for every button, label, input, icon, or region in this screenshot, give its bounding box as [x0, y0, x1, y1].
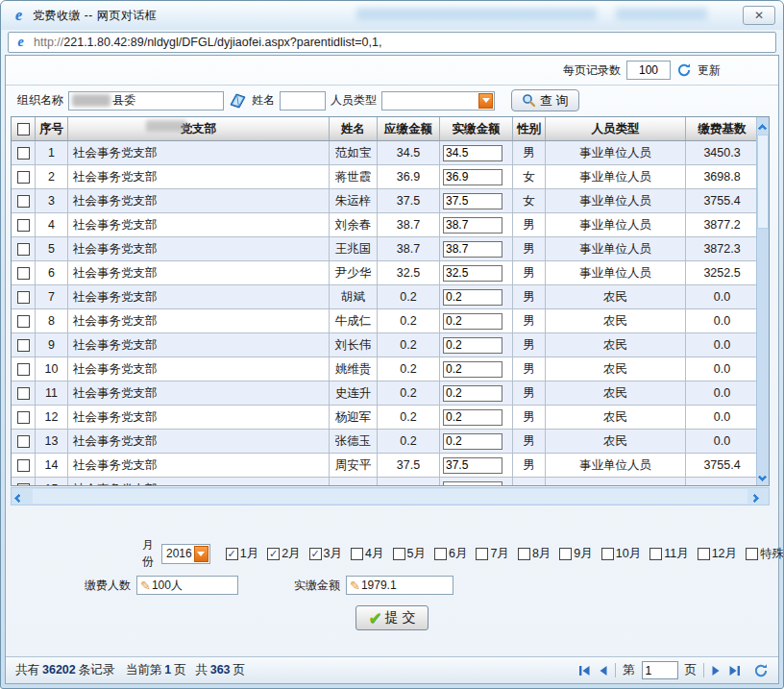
horizontal-scrollbar[interactable]: [11, 487, 770, 505]
paid-amount-input[interactable]: [443, 433, 502, 450]
row-gender: 男: [513, 309, 546, 332]
month-checkbox[interactable]: [649, 548, 662, 560]
row-checkbox[interactable]: [17, 339, 30, 352]
paid-amount-input[interactable]: [443, 361, 502, 378]
month-checkbox[interactable]: [559, 548, 572, 560]
page-number-input[interactable]: [642, 661, 678, 679]
scroll-down-icon[interactable]: [759, 470, 768, 481]
month-checkbox[interactable]: [309, 548, 322, 560]
month-checkbox[interactable]: [351, 548, 363, 560]
month-checkbox[interactable]: [518, 548, 530, 560]
month-checkbox[interactable]: [601, 548, 614, 560]
paid-amount-input[interactable]: [443, 193, 502, 209]
row-select-cell: [12, 430, 36, 453]
scroll-right-icon[interactable]: [751, 491, 765, 503]
org-lookup-book-icon[interactable]: [229, 92, 247, 109]
row-checkbox[interactable]: [17, 243, 30, 256]
pencil-icon: ✎: [140, 578, 151, 593]
person-name-input[interactable]: [280, 91, 326, 111]
paid-amount-input[interactable]: [443, 409, 502, 426]
prev-page-icon[interactable]: [598, 665, 608, 677]
row-checkbox[interactable]: [17, 195, 30, 208]
row-checkbox[interactable]: [17, 411, 30, 424]
month-checkbox-item[interactable]: 5月: [393, 546, 426, 562]
row-checkbox[interactable]: [17, 147, 30, 160]
status-bar: 共有36202条记录 当前第1页 共363页 第 页: [6, 656, 778, 683]
year-select[interactable]: 2016: [161, 544, 210, 564]
scroll-up-icon[interactable]: [759, 121, 768, 133]
paid-amount-input[interactable]: [443, 265, 502, 282]
org-name-input[interactable]: 县委: [68, 91, 224, 111]
month-checkbox-item[interactable]: 12月: [698, 546, 737, 562]
month-checkbox-item[interactable]: 特殊: [746, 546, 784, 562]
row-checkbox[interactable]: [17, 459, 30, 472]
amount-input[interactable]: ✎ 1979.1: [346, 576, 453, 595]
paid-amount-input[interactable]: [443, 337, 502, 354]
month-checkbox-item[interactable]: 9月: [559, 546, 592, 562]
select-all-checkbox[interactable]: [17, 123, 30, 135]
row-checkbox[interactable]: [17, 219, 30, 232]
row-checkbox[interactable]: [17, 267, 30, 280]
row-no: 4: [36, 213, 68, 236]
vertical-scrollbar[interactable]: [756, 117, 769, 485]
row-checkbox[interactable]: [17, 387, 30, 400]
month-checkbox[interactable]: [267, 548, 280, 560]
month-checkbox[interactable]: [226, 548, 238, 560]
paid-amount-input[interactable]: [443, 313, 502, 330]
row-due-amount: 0.2: [378, 333, 440, 357]
month-checkbox-item[interactable]: 2月: [267, 546, 300, 562]
month-checkbox-item[interactable]: 8月: [518, 546, 551, 562]
month-checkbox-item[interactable]: 7月: [476, 546, 508, 562]
paid-amount-input[interactable]: [443, 217, 502, 234]
row-gender: [513, 478, 546, 486]
next-page-icon[interactable]: [711, 665, 722, 677]
paid-amount-input[interactable]: [443, 457, 502, 474]
first-page-icon[interactable]: [578, 665, 591, 677]
background-blur: [356, 8, 597, 20]
month-checkbox-item[interactable]: 11月: [649, 546, 688, 562]
submit-button[interactable]: ✔ 提 交: [355, 605, 428, 630]
month-checkbox[interactable]: [434, 548, 447, 560]
paid-amount-input[interactable]: [443, 241, 502, 258]
paid-amount-input[interactable]: [443, 169, 502, 185]
month-checkbox[interactable]: [698, 548, 710, 560]
payers-input[interactable]: ✎ 100人: [136, 576, 238, 595]
paid-amount-input[interactable]: [443, 289, 502, 306]
dropdown-arrow-icon[interactable]: [194, 546, 208, 562]
last-page-icon[interactable]: [728, 665, 741, 677]
vertical-scroll-thumb[interactable]: [757, 135, 769, 229]
row-checkbox[interactable]: [17, 483, 30, 487]
query-button[interactable]: 查 询: [511, 89, 579, 111]
month-checkbox[interactable]: [393, 548, 405, 560]
month-checkbox-item[interactable]: 6月: [434, 546, 467, 562]
refresh-icon[interactable]: [676, 62, 692, 78]
person-type-select[interactable]: [381, 91, 495, 111]
row-checkbox[interactable]: [17, 315, 30, 328]
row-checkbox[interactable]: [17, 171, 30, 184]
paid-amount-input[interactable]: [443, 481, 502, 487]
row-fee-base: [686, 478, 758, 486]
row-checkbox[interactable]: [17, 291, 30, 304]
month-checkbox-item[interactable]: 1月: [226, 546, 258, 562]
dropdown-arrow-icon[interactable]: [478, 93, 493, 109]
paid-amount-input[interactable]: [443, 145, 502, 161]
month-checkbox[interactable]: [746, 548, 758, 560]
refresh-label[interactable]: 更新: [698, 62, 721, 79]
paid-amount-input[interactable]: [443, 385, 502, 402]
horizontal-scroll-thumb[interactable]: [33, 489, 747, 504]
month-checkbox-label: 12月: [712, 546, 737, 562]
page-size-input[interactable]: [626, 61, 671, 80]
scroll-left-icon[interactable]: [15, 491, 29, 503]
divider: [615, 663, 616, 677]
row-checkbox[interactable]: [17, 363, 30, 376]
month-checkbox-item[interactable]: 3月: [309, 546, 342, 562]
month-checkbox-group: 1月2月3月4月5月6月7月8月9月10月11月12月特殊: [226, 546, 784, 562]
month-checkbox[interactable]: [476, 548, 488, 560]
row-paid-cell: [440, 213, 513, 236]
row-checkbox[interactable]: [17, 435, 30, 448]
month-checkbox-item[interactable]: 4月: [351, 546, 383, 562]
row-select-cell: [12, 478, 36, 486]
refresh-icon[interactable]: [753, 663, 769, 678]
month-checkbox-item[interactable]: 10月: [601, 546, 641, 562]
close-button[interactable]: ✕: [743, 6, 775, 25]
